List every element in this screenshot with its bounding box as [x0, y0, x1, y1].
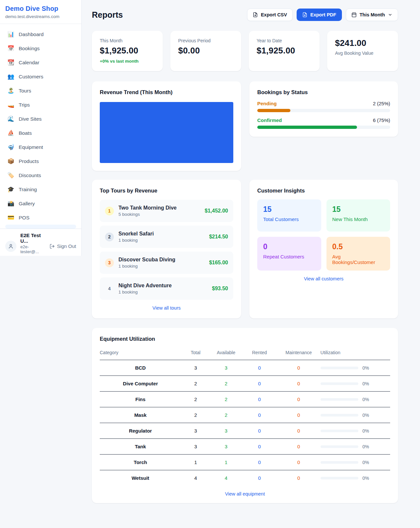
top-tours-card: Top Tours by Revenue 1 Two Tank Morning …: [92, 180, 241, 318]
equipment-table-header: Category Total Available Rented Maintena…: [100, 345, 390, 360]
header-actions: Export CSV Export PDF This Month: [247, 9, 398, 21]
sidebar-item-bookings[interactable]: 📅 Bookings: [3, 41, 79, 55]
bookings-by-status-title: Bookings by Status: [257, 89, 390, 95]
cell-total: 1: [181, 455, 210, 470]
sidebar-item-dive-sites[interactable]: 🌊 Dive Sites: [3, 112, 79, 126]
stat-label: This Month: [100, 38, 155, 43]
utilization-pct: 0%: [363, 397, 369, 402]
cell-maintenance: 0: [277, 360, 321, 376]
cell-utilization: 0%: [321, 423, 390, 439]
tour-amount: $1,452.00: [205, 208, 228, 214]
person-icon: [8, 243, 14, 249]
utilization-track: [321, 461, 358, 464]
sailboat-icon: ⛵: [7, 130, 14, 136]
cell-category: Tank: [100, 439, 181, 455]
sidebar-item-pos[interactable]: 💳 POS: [3, 211, 79, 225]
sidebar-item-label: Discounts: [19, 173, 41, 178]
equipment-utilization-card: Equipment Utilization Category Total Ava…: [92, 328, 398, 503]
diving-mask-icon: 🤿: [7, 144, 14, 150]
view-all-equipment-link[interactable]: View all equipment: [100, 491, 390, 497]
user-role: Owner: [20, 255, 46, 256]
wave-icon: 🌊: [7, 116, 14, 122]
insight-tile-total-customers: 15 Total Customers: [257, 199, 321, 232]
camera-icon: 📸: [7, 201, 14, 206]
status-label: Confirmed: [257, 117, 282, 123]
sidebar-item-label: POS: [19, 215, 30, 221]
tour-bookings: 5 bookings: [118, 212, 177, 217]
insight-value: 0.5: [332, 242, 385, 251]
export-csv-button[interactable]: Export CSV: [247, 9, 293, 21]
sign-out-button[interactable]: Sign Out: [50, 243, 76, 249]
cell-utilization: 0%: [321, 407, 390, 423]
tour-name: Two Tank Morning Dive: [118, 205, 177, 211]
stat-value: $0.00: [178, 46, 233, 56]
customer-insights-title: Customer Insights: [257, 188, 390, 194]
stat-card-year-to-date: Year to Date $1,925.00: [249, 31, 320, 71]
stat-card-this-month: This Month $1,925.00 +0% vs last month: [92, 31, 163, 71]
cell-available: 3: [210, 439, 242, 455]
cell-rented: 0: [242, 407, 277, 423]
utilization-pct: 0%: [363, 476, 369, 481]
sidebar-item-label: Customers: [19, 74, 43, 80]
sidebar-item-label: Bookings: [19, 46, 40, 51]
status-row-confirmed: Confirmed 6 (75%): [257, 117, 390, 129]
export-pdf-label: Export PDF: [310, 12, 336, 17]
period-dropdown[interactable]: This Month: [346, 9, 398, 21]
sidebar-item-equipment[interactable]: 🤿 Equipment: [3, 140, 79, 154]
tour-amount: $93.50: [212, 286, 228, 292]
cell-category: Dive Computer: [100, 376, 181, 392]
user-email: e2e-tester@...: [20, 244, 46, 254]
cell-maintenance: 0: [277, 376, 321, 392]
cell-maintenance: 0: [277, 423, 321, 439]
cell-total: 4: [181, 470, 210, 486]
table-row: Mask 2 2 0 0 0%: [100, 407, 390, 423]
cell-total: 2: [181, 392, 210, 407]
insights-row: Top Tours by Revenue 1 Two Tank Morning …: [92, 180, 398, 318]
view-all-tours-link[interactable]: View all tours: [100, 305, 233, 311]
cell-category: Mask: [100, 407, 181, 423]
sidebar-item-discounts[interactable]: 🏷️ Discounts: [3, 168, 79, 182]
tour-row: 2 Snorkel Safari 1 booking $214.50: [100, 226, 233, 248]
utilization-track: [321, 414, 358, 416]
tour-name: Snorkel Safari: [118, 231, 154, 237]
sidebar-item-label: Boats: [19, 130, 32, 136]
sidebar-item-gallery[interactable]: 📸 Gallery: [3, 196, 79, 211]
insight-label: Total Customers: [263, 216, 315, 222]
cell-category: Torch: [100, 455, 181, 470]
tour-row: 3 Discover Scuba Diving 1 booking $165.0…: [100, 252, 233, 274]
user-name: E2E Test U...: [20, 233, 46, 244]
graduation-cap-icon: 🎓: [7, 187, 14, 192]
tour-bookings: 1 booking: [118, 238, 154, 243]
tour-amount: $165.00: [209, 260, 228, 266]
stat-label: Avg Booking Value: [335, 51, 390, 56]
sidebar-item-boats[interactable]: ⛵ Boats: [3, 126, 79, 140]
cell-category: Fins: [100, 392, 181, 407]
stat-label: Year to Date: [257, 38, 312, 43]
cell-available: 2: [210, 407, 242, 423]
utilization-track: [321, 477, 358, 479]
equipment-table: Category Total Available Rented Maintena…: [100, 345, 390, 486]
export-pdf-button[interactable]: Export PDF: [297, 9, 342, 21]
sidebar-item-customers[interactable]: 👥 Customers: [3, 70, 79, 84]
sidebar-item-tours[interactable]: 🏝️ Tours: [3, 84, 79, 98]
sidebar-item-reports-clipped[interactable]: [5, 225, 76, 229]
export-csv-label: Export CSV: [261, 12, 287, 17]
view-all-customers-link[interactable]: View all customers: [257, 276, 390, 281]
sidebar-item-dashboard[interactable]: 📊 Dashboard: [3, 27, 79, 41]
sidebar-item-training[interactable]: 🎓 Training: [3, 182, 79, 196]
sidebar-item-products[interactable]: 📦 Products: [3, 154, 79, 168]
cell-utilization: 0%: [321, 470, 390, 486]
sidebar-item-trips[interactable]: 🚤 Trips: [3, 98, 79, 112]
tour-amount: $214.50: [209, 234, 228, 240]
sidebar-item-label: Products: [19, 158, 39, 164]
insight-value: 15: [263, 205, 315, 214]
speedboat-icon: 🚤: [7, 102, 14, 108]
cell-utilization: 0%: [321, 376, 390, 392]
sidebar-item-label: Tours: [19, 88, 31, 94]
status-row-pending: Pending 2 (25%): [257, 101, 390, 112]
sidebar-item-calendar[interactable]: 📆 Calendar: [3, 55, 79, 70]
package-icon: 📦: [7, 158, 14, 164]
cell-utilization: 0%: [321, 439, 390, 455]
cell-utilization: 0%: [321, 360, 390, 376]
people-icon: 👥: [7, 74, 14, 79]
